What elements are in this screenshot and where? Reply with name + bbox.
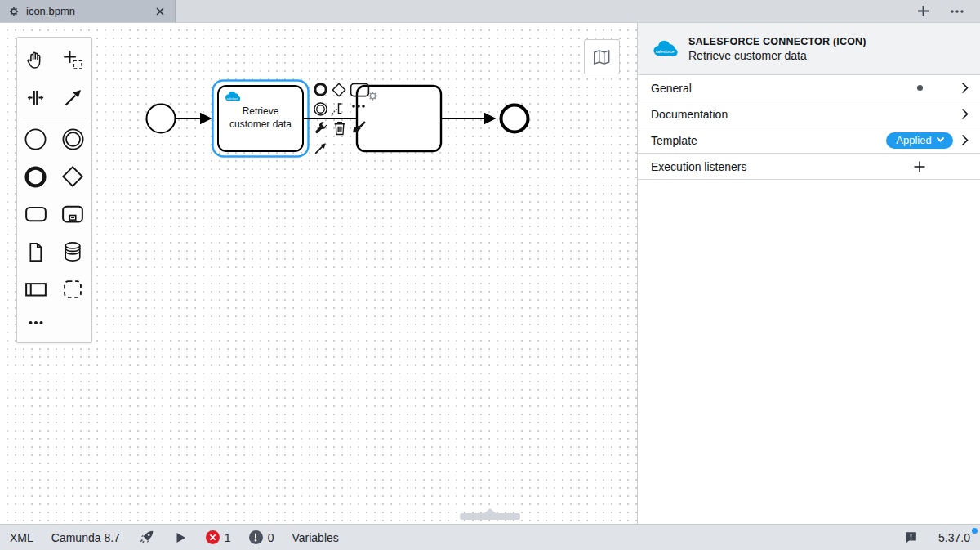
minimap-toggle-button[interactable] xyxy=(584,39,620,74)
update-available-dot xyxy=(972,528,978,534)
change-type-wrench-icon[interactable] xyxy=(313,121,328,136)
section-template[interactable]: Template Applied xyxy=(638,127,980,154)
tab-overflow-ellipsis-icon[interactable] xyxy=(949,3,965,20)
palette xyxy=(16,37,92,343)
warning-circle-exclamation-icon xyxy=(249,530,263,544)
create-data-object[interactable] xyxy=(17,233,55,271)
section-documentation[interactable]: Documentation xyxy=(638,101,980,127)
global-connect-tool[interactable] xyxy=(55,78,92,116)
svg-text:salesforce: salesforce xyxy=(227,97,238,101)
tab-bar-actions xyxy=(915,0,980,22)
element-name: Retrieve customer data xyxy=(688,49,866,62)
chevron-down-icon xyxy=(936,136,945,143)
salesforce-logo-icon: salesforce xyxy=(651,39,679,59)
tab-icon-bpmn[interactable]: icon.bpmn xyxy=(0,0,176,22)
properties-panel: salesforce SALESFORCE CONNECTOR (ICON) R… xyxy=(637,23,980,524)
create-gateway[interactable] xyxy=(55,158,92,195)
new-tab-plus-icon[interactable] xyxy=(915,3,931,20)
start-instance-play-icon[interactable] xyxy=(173,530,188,545)
status-bar: XML Camunda 8.7 1 0 xyxy=(0,524,980,550)
more-entries-icon[interactable] xyxy=(351,104,366,109)
handle-caret-icon xyxy=(484,508,496,513)
properties-header: salesforce SALESFORCE CONNECTOR (ICON) R… xyxy=(638,23,980,75)
engine-version-selector[interactable]: Camunda 8.7 xyxy=(51,531,120,544)
create-task[interactable] xyxy=(17,195,55,233)
palette-separator xyxy=(23,118,86,118)
map-icon xyxy=(591,47,612,67)
add-listener-plus-icon[interactable] xyxy=(913,160,926,173)
create-subprocess[interactable] xyxy=(55,195,92,233)
end-event-shape[interactable] xyxy=(501,105,528,132)
feedback-bubble-icon[interactable] xyxy=(903,530,919,545)
chevron-right-icon[interactable] xyxy=(954,82,969,94)
create-start-event[interactable] xyxy=(17,120,55,158)
append-text-annotation-icon[interactable] xyxy=(330,101,347,118)
create-participant[interactable] xyxy=(17,271,55,308)
variables-toggle[interactable]: Variables xyxy=(292,531,338,544)
bpmn-file-gear-icon xyxy=(8,6,20,17)
context-pad xyxy=(313,82,386,163)
start-event-shape[interactable] xyxy=(147,105,176,133)
hand-tool[interactable] xyxy=(17,41,55,78)
chevron-right-icon[interactable] xyxy=(954,108,969,120)
error-circle-x-icon xyxy=(206,530,220,544)
delete-trash-icon[interactable] xyxy=(332,120,347,136)
create-data-store[interactable] xyxy=(55,233,92,271)
xml-toggle[interactable]: XML xyxy=(10,531,33,544)
color-brush-icon[interactable] xyxy=(350,119,368,136)
general-filled-dot-indicator xyxy=(917,85,923,91)
bottom-panel-handle[interactable] xyxy=(460,513,520,520)
chevron-right-icon[interactable] xyxy=(954,134,969,146)
space-tool[interactable] xyxy=(17,78,55,116)
deploy-rocket-icon[interactable] xyxy=(138,529,155,546)
app-version[interactable]: 5.37.0 xyxy=(938,531,970,544)
tab-title: icon.bpmn xyxy=(26,5,149,17)
tab-close-icon[interactable] xyxy=(155,7,165,16)
create-group[interactable] xyxy=(55,271,92,308)
gear-cursor-icon xyxy=(367,90,379,102)
warning-count[interactable]: 0 xyxy=(249,530,274,544)
svg-text:salesforce: salesforce xyxy=(655,49,674,54)
append-end-event-icon[interactable] xyxy=(313,82,328,97)
template-applied-badge[interactable]: Applied xyxy=(886,132,952,149)
create-intermediate-event[interactable] xyxy=(55,120,92,158)
create-end-event[interactable] xyxy=(17,158,55,195)
tab-bar: icon.bpmn xyxy=(0,0,980,23)
error-count[interactable]: 1 xyxy=(206,530,231,544)
camunda-modeler-window: icon.bpmn xyxy=(0,0,980,550)
task-label: Retrieve customer data xyxy=(226,105,295,131)
append-intermediate-event-icon[interactable] xyxy=(313,101,328,117)
element-template-name: SALESFORCE CONNECTOR (ICON) xyxy=(688,36,866,47)
append-gateway-icon[interactable] xyxy=(331,82,347,98)
section-general[interactable]: General xyxy=(638,75,980,101)
bpmn-canvas[interactable]: salesforce Retrieve customer data xyxy=(0,23,637,524)
connect-arrow-icon[interactable] xyxy=(313,141,328,156)
section-execution-listeners[interactable]: Execution listeners xyxy=(638,154,980,180)
palette-spacer xyxy=(55,308,92,338)
lasso-tool[interactable] xyxy=(55,41,92,78)
more-tools-icon[interactable] xyxy=(17,308,55,338)
